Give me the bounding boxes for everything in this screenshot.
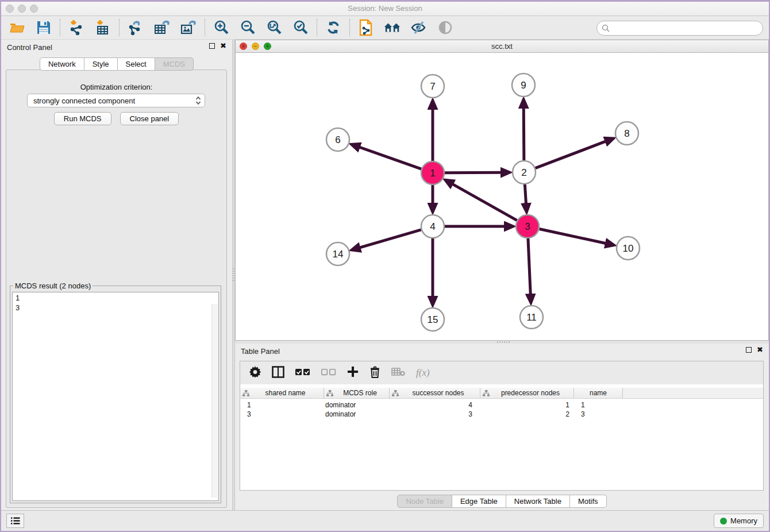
delete-column-icon[interactable]: [369, 366, 380, 380]
tab-mcds[interactable]: MCDS: [155, 57, 194, 71]
window-title: Session: New Session: [1, 4, 769, 13]
graph-edge-3-11[interactable]: [528, 238, 530, 294]
tab-node-table[interactable]: Node Table: [397, 495, 452, 508]
table-cell[interactable]: dominator: [324, 401, 390, 409]
column-type-icon: [392, 390, 399, 396]
first-neighbors-icon[interactable]: [384, 19, 401, 36]
graph-node-label-6: 6: [335, 134, 340, 145]
graph-edge-3-1[interactable]: [453, 184, 517, 221]
result-scrollbar[interactable]: [211, 304, 218, 498]
graph-node-label-9: 9: [521, 80, 526, 91]
memory-status-icon: [720, 518, 727, 525]
graph-edge-1-2[interactable]: [445, 172, 501, 173]
control-panel-header: Control Panel ✖: [1, 40, 232, 55]
network-canvas[interactable]: 7968124314101511: [236, 53, 768, 340]
graph-edge-3-10[interactable]: [540, 229, 606, 243]
graph-edge-1-6[interactable]: [360, 147, 421, 169]
column-header-predecessor-nodes[interactable]: predecessor nodes: [480, 388, 574, 398]
table-cell[interactable]: 1: [480, 401, 574, 409]
graph-node-label-14: 14: [333, 249, 344, 260]
window-titlebar: Session: New Session: [1, 2, 769, 16]
table-panel-content: f(x) shared name MCDS role successor nod…: [240, 361, 764, 491]
table-cell[interactable]: 3: [240, 410, 324, 418]
hide-selected-icon[interactable]: [410, 19, 428, 36]
column-type-icon: [326, 390, 333, 396]
table-cell[interactable]: 1: [240, 401, 324, 409]
export-image-icon[interactable]: [180, 19, 197, 36]
zoom-in-icon[interactable]: [213, 19, 230, 36]
select-stepper-icon: [195, 96, 201, 105]
table-settings-icon[interactable]: [249, 366, 261, 380]
mcds-result-text[interactable]: 1 3: [12, 292, 219, 501]
network-graph[interactable]: 7968124314101511: [236, 53, 769, 341]
criterion-selected-value: strongly connected component: [33, 97, 195, 105]
refresh-icon[interactable]: [325, 19, 342, 36]
graph-edge-2-8[interactable]: [536, 141, 606, 168]
deselect-all-columns-icon[interactable]: [321, 368, 336, 378]
table-cell[interactable]: 4: [390, 401, 480, 409]
graph-node-label-8: 8: [624, 128, 629, 139]
zoom-selected-icon[interactable]: [292, 19, 309, 36]
table-cell[interactable]: 2: [480, 410, 574, 418]
table-cell[interactable]: 3: [574, 410, 623, 418]
close-panel-icon[interactable]: ✖: [220, 43, 226, 49]
memory-button[interactable]: Memory: [714, 514, 764, 528]
memory-label: Memory: [730, 516, 757, 525]
table-tabs: Node Table Edge Table Network Table Moti…: [235, 495, 769, 508]
column-header-mcds-role[interactable]: MCDS role: [324, 388, 390, 398]
tab-network[interactable]: Network: [40, 57, 84, 71]
table-panel: Table Panel ✖: [235, 344, 769, 510]
table-toolbar: f(x): [240, 361, 763, 384]
search-box: [596, 21, 763, 36]
application-window: Session: New Session: [0, 0, 770, 532]
graph-node-label-3: 3: [525, 221, 530, 232]
tab-style[interactable]: Style: [84, 57, 118, 71]
run-mcds-button[interactable]: Run MCDS: [54, 112, 111, 125]
tab-network-table[interactable]: Network Table: [506, 495, 570, 508]
import-table-icon[interactable]: [94, 19, 111, 36]
column-header-successor-nodes[interactable]: successor nodes: [390, 388, 480, 398]
function-builder-icon[interactable]: f(x): [416, 367, 430, 379]
column-header-name[interactable]: name: [574, 388, 623, 398]
tab-motifs[interactable]: Motifs: [570, 495, 607, 508]
export-table-icon[interactable]: [153, 19, 171, 36]
control-panel-tabs: Network Style Select MCDS: [1, 57, 232, 71]
show-all-icon[interactable]: [437, 19, 454, 36]
close-table-panel-icon[interactable]: ✖: [757, 347, 763, 353]
graph-node-label-2: 2: [521, 167, 526, 178]
criterion-select[interactable]: strongly connected component: [27, 94, 205, 107]
delete-table-icon[interactable]: [391, 367, 405, 379]
search-icon: [602, 24, 610, 33]
task-history-button[interactable]: [6, 514, 24, 528]
graph-edge-4-14[interactable]: [360, 230, 421, 248]
table-row[interactable]: 3 dominator 3 2 3: [240, 410, 763, 419]
table-cell[interactable]: dominator: [324, 410, 390, 418]
graph-edge-2-3[interactable]: [525, 184, 526, 203]
column-header-shared-name[interactable]: shared name: [240, 388, 324, 398]
table-panel-header: Table Panel ✖: [235, 344, 769, 358]
tab-edge-table[interactable]: Edge Table: [452, 495, 506, 508]
mcds-result-group: MCDS result (2 nodes) 1 3: [10, 282, 221, 503]
zoom-out-icon[interactable]: [239, 19, 256, 36]
network-window-title: scc.txt: [236, 42, 768, 51]
float-table-panel-icon[interactable]: [746, 347, 752, 353]
tab-select[interactable]: Select: [118, 57, 155, 71]
float-panel-icon[interactable]: [209, 43, 215, 49]
save-session-icon[interactable]: [35, 19, 52, 36]
table-header-row: shared name MCDS role successor nodes pr…: [240, 388, 763, 399]
list-icon: [10, 516, 20, 525]
zoom-fit-icon[interactable]: [265, 19, 283, 36]
table-cell[interactable]: 1: [574, 401, 623, 409]
new-network-from-selection-icon[interactable]: [357, 19, 375, 36]
export-network-icon[interactable]: [127, 19, 144, 36]
create-column-icon[interactable]: [347, 366, 359, 380]
close-panel-button[interactable]: Close panel: [120, 112, 179, 125]
graph-edge-2-9[interactable]: [523, 108, 524, 160]
search-input[interactable]: [610, 22, 763, 34]
select-all-columns-icon[interactable]: [295, 368, 310, 378]
table-cell[interactable]: 3: [390, 410, 480, 418]
show-column-panel-icon[interactable]: [272, 366, 284, 380]
table-row[interactable]: 1 dominator 4 1 1: [240, 400, 763, 410]
import-network-icon[interactable]: [68, 19, 85, 36]
open-session-icon[interactable]: [9, 19, 26, 36]
